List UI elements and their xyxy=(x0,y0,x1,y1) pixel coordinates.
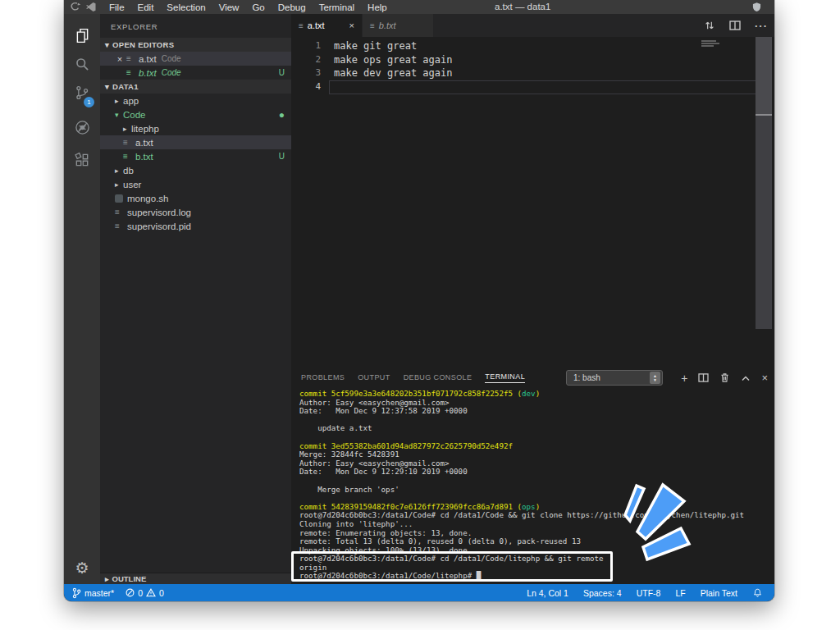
folder-section-header-label: DATA1 xyxy=(112,82,139,91)
editor-tab-b.txt[interactable]: ≡b.txt xyxy=(363,14,433,37)
problems-indicator[interactable]: 0 0 xyxy=(126,588,164,598)
panel-tab-debug-console[interactable]: DEBUG CONSOLE xyxy=(404,373,472,383)
tree-item-label: supervisord.log xyxy=(127,208,191,217)
menu-item-selection[interactable]: Selection xyxy=(160,2,212,12)
terminal-line: Merge branch 'ops' xyxy=(299,486,769,495)
activity-bar-source-control[interactable]: 1 xyxy=(64,80,100,105)
git-branch-indicator[interactable]: master* xyxy=(72,587,114,599)
code-line[interactable]: 3make dev great again xyxy=(291,66,774,80)
tab-label: a.txt xyxy=(308,21,325,30)
terminal-line: Date: Mon Dec 9 12:29:10 2019 +0000 xyxy=(299,468,769,477)
code-line[interactable]: 2make ops great again xyxy=(291,53,774,67)
tree-item-mongo.sh[interactable]: mongo.sh xyxy=(100,191,291,205)
activity-bar-debug[interactable] xyxy=(64,115,100,139)
terminal-picker[interactable]: 1: bash ▲▼ xyxy=(566,370,663,386)
settings-gear-icon[interactable]: ⚙ xyxy=(64,559,100,578)
tree-item-a.txt[interactable]: ≡a.txt xyxy=(100,135,291,149)
minimap xyxy=(701,40,721,48)
tree-item-label: user xyxy=(123,180,141,189)
activity-bar-explorer[interactable] xyxy=(64,23,100,48)
bottom-panel: PROBLEMSOUTPUTDEBUG CONSOLETERMINAL 1: b… xyxy=(291,368,774,584)
code-line[interactable]: 4 xyxy=(291,80,774,94)
open-editor-description: Code xyxy=(162,68,181,77)
tree-item-supervisord.pid[interactable]: ≡supervisord.pid xyxy=(100,219,291,233)
panel-tab-problems[interactable]: PROBLEMS xyxy=(301,373,345,383)
tree-item-label: litephp xyxy=(131,124,159,134)
open-editors-section-header-label: OPEN EDITORS xyxy=(112,40,174,49)
open-editors-section-header[interactable]: ▾OPEN EDITORS xyxy=(100,38,291,52)
tree-item-Code[interactable]: ▾Code● xyxy=(100,107,291,121)
editor-group: ≡a.txt×≡b.txt ··· 1make git great2make o… xyxy=(291,14,774,584)
vscode-icon xyxy=(86,2,96,12)
tree-item-b.txt[interactable]: ≡b.txtU xyxy=(100,149,291,163)
status-spaces-4[interactable]: Spaces: 4 xyxy=(583,588,622,598)
menu-item-terminal[interactable]: Terminal xyxy=(313,2,361,12)
status-lf[interactable]: LF xyxy=(675,588,685,598)
panel-tab-output[interactable]: OUTPUT xyxy=(358,373,390,383)
terminal-output[interactable]: commit 5cf599e3a3e648202b351bf071792c858… xyxy=(299,390,769,581)
tree-item-supervisord.log[interactable]: ≡supervisord.log xyxy=(100,205,291,219)
terminal-line: root@7d204c6b0bc3:/data1/Code/litephp# █ xyxy=(299,572,769,581)
terminal-line: root@7d204c6b0bc3:/data1/Code# cd /data1… xyxy=(299,555,769,564)
tree-item-db[interactable]: ▸db xyxy=(100,163,291,177)
notifications-bell[interactable] xyxy=(752,587,763,598)
tree-item-app[interactable]: ▸app xyxy=(100,94,291,107)
menubar-menus: FileEditSelectionViewGoDebugTerminalHelp xyxy=(103,2,394,12)
open-editor-item-b.txt[interactable]: ≡b.txtCodeU xyxy=(100,66,291,80)
status-bar: master* 0 0 Ln 4, Col 1Spaces: 4UTF-8LFP… xyxy=(64,584,774,601)
warning-count: 0 xyxy=(159,588,164,598)
menu-item-file[interactable]: File xyxy=(103,2,131,12)
menu-item-go[interactable]: Go xyxy=(245,2,271,12)
vscode-window: FileEditSelectionViewGoDebugTerminalHelp… xyxy=(64,0,774,601)
tree-item-litephp[interactable]: ▸litephp xyxy=(100,121,291,135)
menu-item-edit[interactable]: Edit xyxy=(131,2,161,12)
warning-icon xyxy=(146,588,156,597)
tree-item-label: b.txt xyxy=(135,152,153,162)
new-terminal-icon[interactable]: + xyxy=(681,372,687,384)
chevron-down-icon: ▾ xyxy=(105,82,109,91)
status-utf-8[interactable]: UTF-8 xyxy=(637,588,661,598)
status-ln-4-col-1[interactable]: Ln 4, Col 1 xyxy=(527,588,568,598)
menu-item-view[interactable]: View xyxy=(212,2,246,12)
close-editor-icon[interactable]: × xyxy=(113,54,126,64)
activity-bar-extensions[interactable] xyxy=(64,148,100,172)
tree-item-label: app xyxy=(123,96,139,106)
outline-section-header[interactable]: ▸ OUTLINE xyxy=(100,573,291,584)
tree-item-label: Code xyxy=(123,110,146,120)
close-panel-icon[interactable]: × xyxy=(761,372,768,384)
open-editor-item-a.txt[interactable]: ×≡a.txtCode xyxy=(100,52,291,66)
panel-tab-terminal[interactable]: TERMINAL xyxy=(485,372,525,383)
file-icon: ≡ xyxy=(126,54,136,63)
close-tab-icon[interactable]: × xyxy=(349,21,354,30)
more-actions-icon[interactable]: ··· xyxy=(755,20,768,32)
chevron-down-icon: ▾ xyxy=(105,40,109,49)
editor-actions: ··· xyxy=(704,14,768,37)
split-terminal-icon[interactable] xyxy=(698,373,709,382)
file-icon: ≡ xyxy=(123,138,133,147)
status-plain-text[interactable]: Plain Text xyxy=(701,588,737,598)
file-icon: ≡ xyxy=(299,21,304,30)
folder-section-header[interactable]: ▾DATA1 xyxy=(100,80,291,94)
editor-tab-a.txt[interactable]: ≡a.txt× xyxy=(291,14,362,37)
kill-terminal-trash-icon[interactable] xyxy=(719,372,730,383)
dropdown-arrows-icon: ▲▼ xyxy=(650,372,660,384)
chevron-down-icon: ▾ xyxy=(115,111,123,119)
split-editor-icon[interactable] xyxy=(729,21,741,30)
shield-icon[interactable] xyxy=(752,2,761,12)
line-number: 1 xyxy=(291,39,321,53)
editor-scrollbar[interactable] xyxy=(756,37,772,329)
branch-icon xyxy=(72,587,81,599)
menu-item-debug[interactable]: Debug xyxy=(272,2,313,12)
panel-actions: + × xyxy=(681,368,768,388)
maximize-panel-chevron-up-icon[interactable] xyxy=(741,374,751,382)
code-editor[interactable]: 1make git great2make ops great again3mak… xyxy=(291,37,774,368)
line-text: make git great xyxy=(334,39,417,53)
tree-item-user[interactable]: ▸user xyxy=(100,177,291,191)
window-title: a.txt — data1 xyxy=(495,0,550,14)
branch-name: master* xyxy=(84,588,114,598)
bell-icon xyxy=(752,587,763,598)
activity-bar-search[interactable] xyxy=(64,52,100,76)
menu-item-help[interactable]: Help xyxy=(361,2,394,12)
terminal-line: Date: Mon Dec 9 12:37:58 2019 +0000 xyxy=(299,407,769,416)
sync-icon[interactable] xyxy=(704,20,715,31)
